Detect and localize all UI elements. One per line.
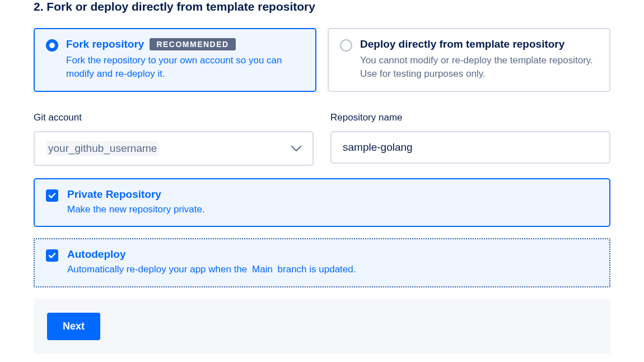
autodeploy-desc: Automatically re-deploy your app when th… [67,263,598,276]
deploy-option-title: Deploy directly from template repository [360,38,564,50]
private-repo-desc: Make the new repository private. [67,203,598,216]
fork-option-desc: Fork the repository to your own account … [66,54,304,81]
autodeploy-title: Autodeploy [67,248,598,261]
repo-name-label: Repository name [330,112,610,123]
fork-repository-option[interactable]: Fork repository RECOMMENDED Fork the rep… [34,28,316,92]
checkbox-icon [46,249,58,262]
private-repo-title: Private Repository [67,188,598,201]
repo-name-input[interactable] [330,131,610,164]
chevron-down-icon [291,146,301,151]
radio-icon [340,39,352,52]
fork-option-title: Fork repository [66,38,144,50]
git-account-label: Git account [34,112,314,123]
checkbox-icon [46,189,58,202]
repo-fields-row: Git account your_github_username Reposit… [34,112,610,166]
branch-name: Main [250,264,275,275]
radio-icon [46,39,58,52]
deploy-template-option[interactable]: Deploy directly from template repository… [328,28,610,92]
deploy-option-desc: You cannot modify or re-deploy the templ… [360,54,598,81]
git-account-value: your_github_username [46,141,159,156]
autodeploy-option[interactable]: Autodeploy Automatically re-deploy your … [34,238,610,287]
footer-bar: Next [34,299,610,354]
recommended-badge: RECOMMENDED [150,38,235,50]
next-button[interactable]: Next [47,313,100,340]
deploy-method-options: Fork repository RECOMMENDED Fork the rep… [34,28,610,92]
section-title: 2. Fork or deploy directly from template… [34,0,610,13]
git-account-select[interactable]: your_github_username [34,131,314,166]
private-repo-option[interactable]: Private Repository Make the new reposito… [34,178,610,228]
